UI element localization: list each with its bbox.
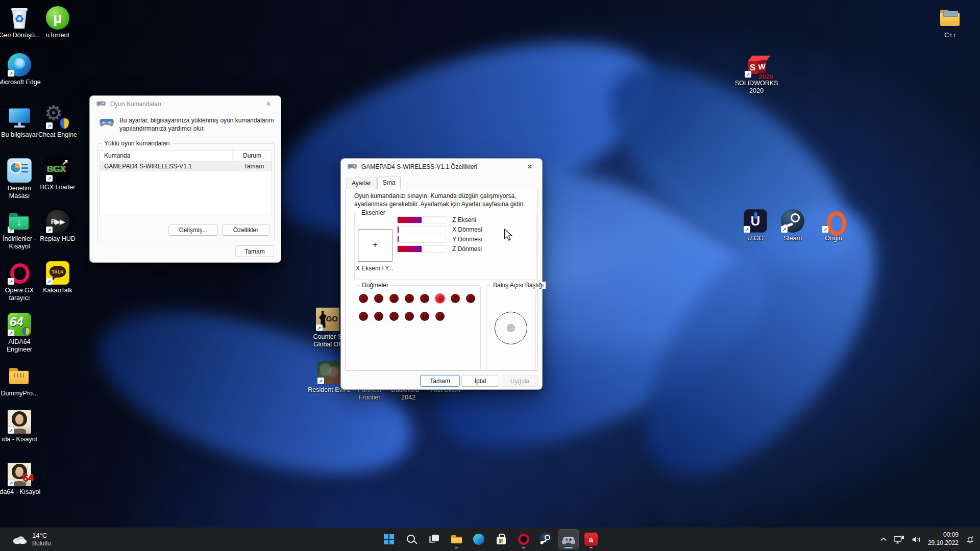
desktop-icon-origin[interactable]: ↗ Origin xyxy=(812,209,855,242)
controllers-list[interactable]: Kumanda Durum GAMEPAD4 S-WIRELESS-V1.1 T… xyxy=(100,150,272,215)
desktop-icon-bgx-loader[interactable]: ↗BGX↗ BGX Loader xyxy=(36,158,80,191)
tray-time: 00:09 xyxy=(928,531,959,539)
desktop-icon-this-pc[interactable]: Bu bilgisayar xyxy=(0,106,41,139)
tab-settings[interactable]: Ayarlar xyxy=(346,178,377,189)
close-icon[interactable]: × xyxy=(525,162,535,172)
close-icon[interactable]: × xyxy=(263,99,274,109)
column-controller[interactable]: Kumanda xyxy=(100,151,233,161)
taskbar-start-button[interactable] xyxy=(379,529,399,549)
resident-evil-2-icon: ↗ xyxy=(317,361,341,384)
desktop-icon-replay-hud[interactable]: R▶▶↗ Replay HUD xyxy=(36,210,80,243)
axis-bar-track xyxy=(397,226,446,233)
desktop-icon-dummypro[interactable]: DummyPro... xyxy=(0,364,41,397)
this-pc-icon xyxy=(8,106,31,129)
shortcut-arrow-icon: ↗ xyxy=(46,175,53,182)
desktop-icon-opera-gx[interactable]: ↗ Opera GX tarayıcı xyxy=(0,261,41,303)
desktop-icon-control-panel[interactable]: Denetim Masası xyxy=(0,158,41,201)
properties-button[interactable]: Özellikler xyxy=(222,224,270,236)
apply-button[interactable]: Uygula xyxy=(502,375,538,387)
ok-button[interactable]: Tamam xyxy=(420,375,460,387)
desktop-icon-kakaotalk[interactable]: TALK↗ KakaoTalk xyxy=(36,261,80,294)
gamepad-button-3: 3 xyxy=(389,294,399,303)
controller-name: GAMEPAD4 S-WIRELESS-V1.1 xyxy=(100,162,236,171)
gamepad-properties-window: GAMEPAD4 S-WIRELESS-V1.1 Özellikleri × A… xyxy=(340,158,543,390)
buttons-group: Düğmeler 12345678 91011121314 xyxy=(355,285,481,370)
axis-row: X Dönmesi xyxy=(397,227,482,233)
props-titlebar[interactable]: GAMEPAD4 S-WIRELESS-V1.1 Özellikleri × xyxy=(341,159,542,174)
weather-widget[interactable]: 14°C Bulutlu xyxy=(7,528,55,551)
taskbar-search-button[interactable] xyxy=(401,529,422,549)
network-icon[interactable] xyxy=(894,535,904,544)
gc-titlebar[interactable]: Oyun Kumandaları × xyxy=(90,96,281,112)
shortcut-arrow-icon: ↗ xyxy=(822,226,828,233)
desktop-icon-ida[interactable]: ↗ ida - Kısayol xyxy=(0,410,41,443)
pov-hat-indicator xyxy=(495,312,527,344)
group-label: Düğmeler xyxy=(360,282,390,289)
axis-bar-track xyxy=(397,216,446,223)
logo-text: 64 xyxy=(10,315,23,329)
taskbar-edge-button[interactable] xyxy=(469,529,489,549)
origin-icon: ↗ xyxy=(822,209,845,233)
gamepad-button-5: 5 xyxy=(420,294,429,303)
desktop-icon-steam[interactable]: ↗ Steam xyxy=(771,209,815,242)
tray-chevron-up-icon[interactable] xyxy=(880,537,887,542)
microsoft-store-icon xyxy=(495,533,508,546)
running-indicator xyxy=(565,547,573,548)
cancel-button[interactable]: İptal xyxy=(461,375,499,387)
desktop-icon-label: Microsoft Edge xyxy=(0,79,41,86)
replay-hud-icon: R▶▶↗ xyxy=(46,210,69,233)
shield-icon xyxy=(60,118,69,129)
tab-test[interactable]: Sına xyxy=(377,177,401,189)
axis-label: X Dönmesi xyxy=(452,226,482,233)
weather-temperature: 14°C xyxy=(32,532,51,540)
gc-ok-button[interactable]: Tamam xyxy=(235,245,274,257)
desktop-icon-ida64[interactable]: 64↗ ida64 - Kısayol xyxy=(0,463,41,496)
gamepad-button-9: 9 xyxy=(359,312,368,321)
shortcut-arrow-icon: ↗ xyxy=(781,226,788,233)
desktop-icon-downloads[interactable]: ↓↗ İndirilenler - Kısayol xyxy=(0,210,41,251)
cpp-folder-icon xyxy=(939,6,962,30)
desktop-icon-label: uTorrent xyxy=(36,32,80,39)
desktop-icon-cpp-folder[interactable]: C++ xyxy=(928,6,972,39)
taskbar-steam-button[interactable] xyxy=(536,529,556,549)
advanced-button[interactable]: Gelişmiş... xyxy=(168,224,218,236)
volume-icon[interactable] xyxy=(911,535,921,544)
taskbar-file-explorer-button[interactable] xyxy=(446,529,467,549)
desktop-icon-utorrent[interactable]: µ uTorrent xyxy=(36,6,80,39)
desktop-icon-label: KakaoTalk xyxy=(36,287,80,294)
shortcut-arrow-icon: ↗ xyxy=(8,330,14,336)
file-explorer-icon xyxy=(450,533,463,546)
axis-bar-fill xyxy=(398,246,422,252)
shortcut-arrow-icon: ↗ xyxy=(46,278,53,285)
shortcut-arrow-icon: ↗ xyxy=(745,71,751,78)
desktop-icon-cheat-engine[interactable]: ⚙↗ Cheat Engine xyxy=(36,106,80,139)
taskbar-game-controllers-button[interactable] xyxy=(558,529,579,549)
desktop-icon-recycle-bin[interactable]: ♻ Geri Dönüşü... xyxy=(0,6,41,39)
gamepad-button-12: 12 xyxy=(405,312,414,321)
window-title: GAMEPAD4 S-WIRELESS-V1.1 Özellikleri xyxy=(361,163,477,170)
edge-icon xyxy=(472,533,485,546)
group-label: Bakış Açısı Başlığı xyxy=(491,282,546,289)
tab-strip: Ayarlar Sına xyxy=(346,178,401,189)
axis-bar-track xyxy=(397,236,446,243)
desktop-icon-label: Origin xyxy=(812,235,855,242)
taskbar-opera-gx-button[interactable] xyxy=(513,529,534,549)
tray-date: 29.10.2022 xyxy=(928,539,959,547)
notification-bell-dnd-icon[interactable]: z xyxy=(965,535,975,544)
taskbar-amd-radeon-button[interactable]: a xyxy=(581,529,601,549)
desktop-icon-solidworks[interactable]: WS2020↗ SOLIDWORKS 2020 xyxy=(734,54,778,95)
taskbar-microsoft-store-button[interactable] xyxy=(491,529,511,549)
controller-status: Tamam xyxy=(236,162,272,171)
taskbar-task-view-button[interactable] xyxy=(424,529,444,549)
solidworks-icon: WS2020↗ xyxy=(745,54,768,78)
gamepad-button-6: 6 xyxy=(435,294,445,303)
controller-row[interactable]: GAMEPAD4 S-WIRELESS-V1.1 Tamam xyxy=(100,162,272,171)
desktop-icon-microsoft-edge[interactable]: ↗ Microsoft Edge xyxy=(0,53,41,86)
installed-controllers-group: Yüklü oyun kumandaları Kumanda Durum GAM… xyxy=(97,143,275,241)
download-arrow-icon: ↓ xyxy=(8,216,30,228)
gamepad-icon xyxy=(347,163,357,170)
clock[interactable]: 00:09 29.10.2022 xyxy=(928,531,959,547)
desktop-icon-aida64[interactable]: 64↗ AIDA64 Engineer xyxy=(0,313,41,354)
column-status[interactable]: Durum xyxy=(233,151,272,161)
desktop-icon-label: Opera GX tarayıcı xyxy=(0,287,41,303)
